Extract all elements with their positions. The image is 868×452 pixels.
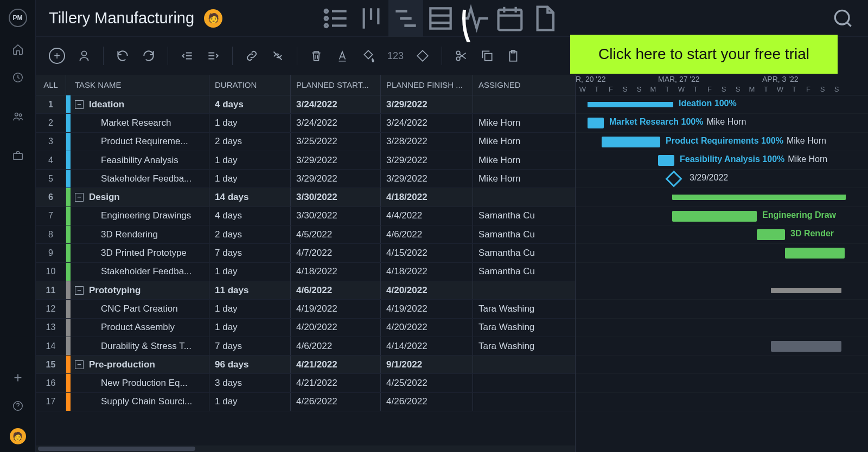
task-row[interactable]: 16New Production Eq...3 days4/21/20224/2…	[36, 374, 575, 392]
view-file-icon[interactable]	[527, 0, 562, 37]
finish-cell[interactable]: 4/6/2022	[381, 225, 473, 243]
collapse-icon[interactable]: −	[75, 100, 84, 109]
task-row[interactable]: 17Supply Chain Sourci...1 day4/26/20224/…	[36, 393, 575, 411]
gantt-row[interactable]	[576, 263, 868, 281]
gantt-row[interactable]	[576, 300, 868, 318]
task-row[interactable]: 12CNC Part Creation1 day4/19/20224/19/20…	[36, 300, 575, 318]
duration-cell[interactable]: 3 days	[209, 374, 291, 392]
start-cell[interactable]: 3/25/2022	[291, 133, 381, 151]
assigned-cell[interactable]	[473, 393, 575, 411]
task-row[interactable]: 15−Pre-production96 days4/21/20229/1/202…	[36, 356, 575, 374]
gantt-bar[interactable]	[757, 229, 785, 240]
user-avatar-small[interactable]: 🧑	[10, 428, 26, 444]
finish-cell[interactable]: 4/14/2022	[381, 337, 473, 355]
gantt-bar[interactable]	[588, 102, 673, 107]
finish-cell[interactable]: 4/18/2022	[381, 188, 473, 206]
gantt-row[interactable]	[576, 374, 868, 392]
duration-cell[interactable]: 96 days	[209, 356, 291, 373]
finish-cell[interactable]: 4/4/2022	[381, 207, 473, 225]
start-cell[interactable]: 3/30/2022	[291, 207, 381, 225]
briefcase-icon[interactable]	[12, 150, 24, 162]
task-cell[interactable]: Stakeholder Feedba...	[71, 170, 209, 188]
home-icon[interactable]	[12, 43, 24, 55]
gantt-row[interactable]	[576, 281, 868, 300]
col-all[interactable]: ALL	[36, 75, 66, 95]
task-cell[interactable]: Stakeholder Feedba...	[71, 263, 209, 281]
assigned-cell[interactable]	[473, 188, 575, 206]
task-cell[interactable]: Durability & Stress T...	[71, 337, 209, 355]
gantt-bar[interactable]	[771, 288, 841, 293]
task-row[interactable]: 5Stakeholder Feedba...1 day3/29/20223/29…	[36, 170, 575, 188]
assigned-cell[interactable]	[473, 374, 575, 392]
task-row[interactable]: 13Product Assembly1 day4/20/20224/20/202…	[36, 319, 575, 337]
view-board-icon[interactable]	[354, 0, 388, 37]
assigned-cell[interactable]: Mike Horn	[473, 170, 575, 188]
collapse-icon[interactable]: −	[75, 360, 84, 369]
task-row[interactable]: 3Product Requireme...2 days3/25/20223/28…	[36, 133, 575, 151]
task-row[interactable]: 14Durability & Stress T...7 days4/6/2022…	[36, 337, 575, 356]
fill-icon[interactable]	[361, 49, 375, 63]
finish-cell[interactable]: 4/25/2022	[381, 374, 473, 392]
finish-cell[interactable]: 3/28/2022	[381, 133, 473, 151]
finish-cell[interactable]: 4/20/2022	[381, 319, 473, 337]
gantt-bar[interactable]	[602, 137, 660, 147]
redo-icon[interactable]	[142, 49, 156, 63]
start-cell[interactable]: 3/29/2022	[291, 170, 381, 188]
assigned-cell[interactable]	[473, 281, 575, 299]
text-color-icon[interactable]	[335, 49, 349, 63]
start-cell[interactable]: 4/26/2022	[291, 393, 381, 411]
task-row[interactable]: 4Feasibility Analysis1 day3/29/20223/29/…	[36, 151, 575, 170]
assigned-cell[interactable]: Tara Washing	[473, 300, 575, 318]
assigned-cell[interactable]: Samantha Cu	[473, 207, 575, 225]
task-cell[interactable]: −Ideation	[71, 95, 209, 113]
start-cell[interactable]: 4/21/2022	[291, 374, 381, 392]
gantt-bar[interactable]	[785, 248, 845, 259]
finish-cell[interactable]: 4/18/2022	[381, 263, 473, 281]
assigned-cell[interactable]: Samantha Cu	[473, 225, 575, 243]
finish-cell[interactable]: 3/29/2022	[381, 151, 473, 169]
gantt-bar[interactable]	[771, 341, 841, 352]
gantt-bar[interactable]	[672, 211, 757, 222]
start-cell[interactable]: 3/24/2022	[291, 114, 381, 132]
duration-cell[interactable]: 7 days	[209, 244, 291, 262]
assigned-cell[interactable]	[473, 95, 575, 113]
col-duration[interactable]: DURATION	[209, 75, 291, 95]
col-assigned[interactable]: ASSIGNED	[473, 75, 575, 95]
gantt-row[interactable]: Ideation 100%	[576, 95, 868, 114]
task-cell[interactable]: −Pre-production	[71, 356, 209, 373]
view-gantt-icon[interactable]	[388, 0, 423, 37]
task-row[interactable]: 11−Prototyping11 days4/6/20224/20/2022	[36, 281, 575, 300]
help-icon[interactable]	[12, 400, 24, 412]
duration-cell[interactable]: 11 days	[209, 281, 291, 299]
col-finish[interactable]: PLANNED FINISH ...	[381, 75, 473, 95]
start-cell[interactable]: 3/30/2022	[291, 188, 381, 206]
assigned-cell[interactable]: Tara Washing	[473, 337, 575, 355]
col-task[interactable]: TASK NAME	[71, 75, 209, 95]
duration-cell[interactable]: 1 day	[209, 263, 291, 281]
task-cell[interactable]: Supply Chain Sourci...	[71, 393, 209, 411]
assigned-cell[interactable]: Mike Horn	[473, 133, 575, 151]
task-cell[interactable]: CNC Part Creation	[71, 300, 209, 318]
gantt-row[interactable]: 3/29/2022	[576, 170, 868, 188]
gantt-row[interactable]	[576, 393, 868, 411]
milestone-icon[interactable]	[665, 171, 682, 188]
task-row[interactable]: 83D Rendering2 days4/5/20224/6/2022Saman…	[36, 225, 575, 244]
gantt-bar[interactable]	[658, 155, 674, 166]
duration-cell[interactable]: 1 day	[209, 300, 291, 318]
finish-cell[interactable]: 4/26/2022	[381, 393, 473, 411]
collapse-icon[interactable]: −	[75, 286, 84, 295]
gantt-row[interactable]: Feasibility Analysis 100%Mike Horn	[576, 151, 868, 170]
trash-icon[interactable]	[309, 49, 323, 63]
finish-cell[interactable]: 4/15/2022	[381, 244, 473, 262]
task-cell[interactable]: Market Research	[71, 114, 209, 132]
task-cell[interactable]: New Production Eq...	[71, 374, 209, 392]
indent-icon[interactable]	[206, 49, 220, 63]
start-cell[interactable]: 4/19/2022	[291, 300, 381, 318]
start-cell[interactable]: 4/6/2022	[291, 337, 381, 355]
clock-icon[interactable]	[12, 72, 24, 83]
paste-icon[interactable]	[506, 49, 520, 63]
cta-button[interactable]: Click here to start your free trial	[570, 35, 838, 74]
duration-cell[interactable]: 7 days	[209, 337, 291, 355]
gantt-row[interactable]	[576, 188, 868, 206]
gantt-row[interactable]	[576, 337, 868, 356]
